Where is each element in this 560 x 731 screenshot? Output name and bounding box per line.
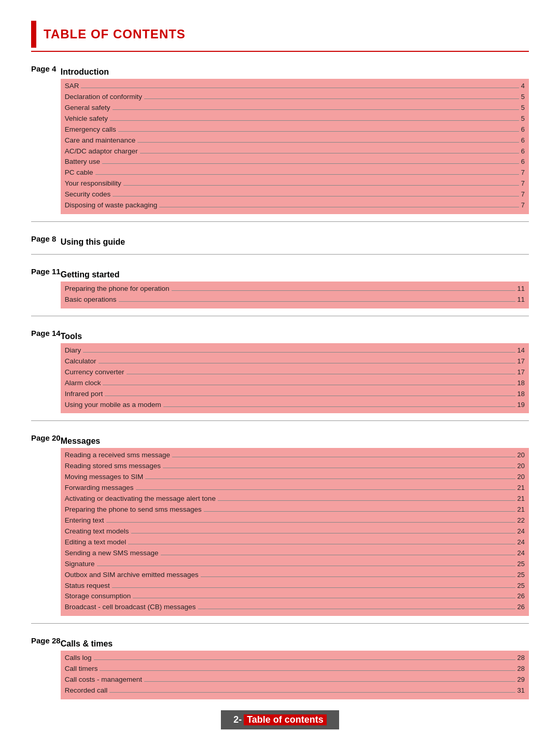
entry-dots [172, 457, 515, 457]
section-divider [31, 254, 529, 255]
entry-dots [136, 489, 515, 490]
section-content: ToolsDiary14Calculator17Currency convert… [61, 327, 529, 418]
section-divider [31, 221, 529, 222]
entry-label: Recorded call [65, 685, 108, 696]
list-item: Disposing of waste packaging7 [65, 200, 525, 211]
list-item: Preparing the phone for operation11 [65, 284, 525, 294]
list-item: Editing a text model24 [65, 537, 525, 548]
entry-page: 6 [521, 157, 525, 167]
entry-label: Basic operations [65, 294, 117, 305]
entry-page: 25 [517, 581, 525, 591]
page-label: Page 11 [31, 265, 61, 313]
pink-entries-block: Preparing the phone for operation11Basic… [61, 282, 529, 308]
entry-label: Reading a received sms message [65, 450, 170, 461]
page-label: Page 4 [31, 62, 61, 218]
entry-label: Care and maintenance [65, 135, 136, 146]
list-item: Vehicle safety5 [65, 114, 525, 124]
entry-dots [81, 88, 519, 88]
entry-page: 28 [517, 664, 525, 674]
entry-page: 7 [521, 189, 525, 200]
list-item: Activating or deactivating the message a… [65, 494, 525, 504]
section-divider-row [31, 218, 529, 226]
entry-label: Disposing of waste packaging [65, 200, 158, 211]
list-item: Battery use6 [65, 157, 525, 167]
section-divider [31, 316, 529, 316]
entry-dots [140, 153, 519, 153]
entry-page: 7 [521, 200, 525, 210]
toc-title: TABLE OF CONTENTS [44, 27, 186, 41]
entry-dots [144, 99, 519, 99]
section-divider [31, 623, 529, 624]
section-title: Introduction [61, 64, 529, 79]
list-item: PC cable7 [65, 167, 525, 178]
entry-label: Outbox and SIM archive emitted messages [65, 570, 199, 581]
entry-page: 11 [517, 294, 525, 305]
toc-section-row: Page 4IntroductionSAR4Declaration of con… [31, 62, 529, 218]
list-item: Outbox and SIM archive emitted messages2… [65, 570, 525, 581]
page-label: Page 28 [31, 634, 61, 704]
entry-page: 26 [517, 591, 525, 601]
entry-label: Moving messages to SIM [65, 472, 144, 483]
pink-entries-block: Reading a received sms message20Reading … [61, 448, 529, 616]
entry-page: 25 [517, 570, 525, 580]
list-item: Infrared port18 [65, 389, 525, 400]
list-item: Using your mobile as a modem19 [65, 400, 525, 411]
pink-entries-block: Calls log28Call timers28Call costs - man… [61, 651, 529, 699]
list-item: Sending a new SMS message24 [65, 548, 525, 559]
toc-header: TABLE OF CONTENTS [31, 21, 529, 48]
entry-label: General safety [65, 103, 110, 114]
section-content: Calls & timesCalls log28Call timers28Cal… [61, 634, 529, 704]
pink-entries-block: Diary14Calculator17Currency converter17A… [61, 343, 529, 414]
entry-page: 21 [517, 504, 525, 515]
entry-label: Emergency calls [65, 124, 116, 135]
entry-label: Reading stored sms messages [65, 461, 161, 472]
list-item: AC/DC adaptor charger6 [65, 146, 525, 157]
toc-section-row: Page 14ToolsDiary14Calculator17Currency … [31, 327, 529, 418]
entry-label: Battery use [65, 157, 100, 167]
entry-label: Storage consumption [65, 591, 131, 602]
entry-page: 5 [521, 92, 525, 102]
section-divider-row [31, 313, 529, 320]
entry-label: Alarm clock [65, 378, 101, 389]
entry-dots [103, 385, 515, 385]
entry-page: 21 [517, 494, 525, 504]
list-item: Forwarding messages21 [65, 483, 525, 494]
entry-dots [110, 120, 519, 121]
entry-dots [94, 659, 515, 660]
list-item: Currency converter17 [65, 367, 525, 378]
entry-dots [128, 544, 515, 544]
list-item: Alarm clock18 [65, 378, 525, 389]
entry-page: 6 [521, 135, 525, 146]
page-label: Page 20 [31, 431, 61, 620]
entry-label: Infrared port [65, 389, 103, 400]
toc-section-row: Page 11Getting startedPreparing the phon… [31, 265, 529, 313]
row-gap [31, 320, 529, 327]
section-content: Getting startedPreparing the phone for o… [61, 265, 529, 313]
list-item: Basic operations11 [65, 294, 525, 305]
list-item: Security codes7 [65, 189, 525, 200]
row-gap [31, 226, 529, 232]
entry-label: AC/DC adaptor charger [65, 146, 138, 157]
footer-label: Table of contents [244, 714, 327, 725]
section-divider-row [31, 620, 529, 628]
section-content: IntroductionSAR4Declaration of conformit… [61, 62, 529, 218]
entry-dots [145, 479, 515, 479]
toc-section-row: Page 8Using this guide [31, 232, 529, 251]
entry-label: Creating text models [65, 526, 129, 537]
entry-dots [127, 374, 515, 374]
entry-label: Calculator [65, 356, 96, 367]
list-item: Declaration of conformity5 [65, 92, 525, 103]
entry-label: Declaration of conformity [65, 92, 142, 103]
entry-dots [113, 109, 519, 110]
entry-dots [95, 174, 519, 175]
entry-dots [106, 522, 515, 523]
toc-section-row: Page 28Calls & timesCalls log28Call time… [31, 634, 529, 704]
entry-label: SAR [65, 81, 79, 92]
entry-dots [123, 185, 519, 186]
entry-dots [83, 352, 515, 353]
entry-label: Using your mobile as a modem [65, 400, 161, 411]
entry-page: 17 [517, 356, 525, 367]
row-gap [31, 628, 529, 634]
entry-page: 19 [517, 400, 525, 410]
footer-number: 2- [233, 714, 242, 725]
